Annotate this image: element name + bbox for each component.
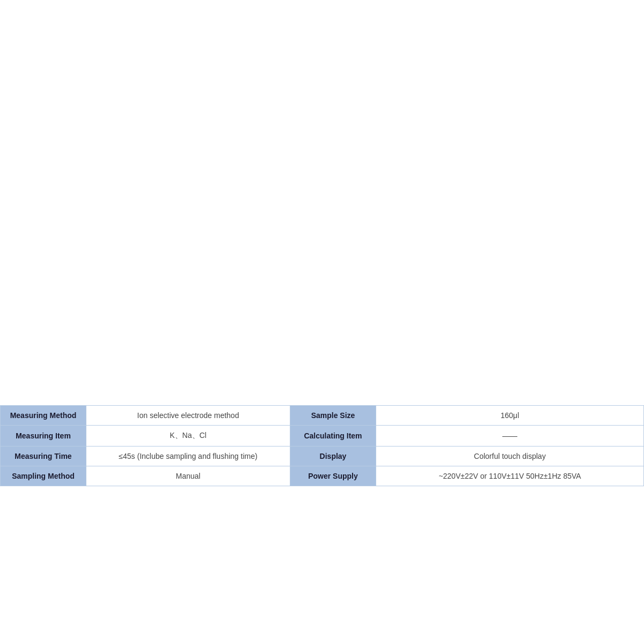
label-cell-2-2: Display xyxy=(290,446,376,466)
value-cell-2-1: ≤45s (Inclube sampling and flushing time… xyxy=(86,446,290,466)
spec-table: Measuring MethodIon selective electrode … xyxy=(0,405,644,486)
table-row: Measuring ItemK、Na、ClCalculating Item—— xyxy=(1,425,644,446)
label-cell-0-2: Sample Size xyxy=(290,405,376,425)
label-cell-1-1: Measuring Item xyxy=(1,425,86,446)
value-cell-0-1: Ion selective electrode method xyxy=(86,405,290,425)
value-cell-1-2: —— xyxy=(376,425,644,446)
value-cell-3-1: Manual xyxy=(86,466,290,486)
label-cell-1-2: Calculating Item xyxy=(290,425,376,446)
label-cell-3-2: Power Supply xyxy=(290,466,376,486)
value-cell-1-1: K、Na、Cl xyxy=(86,425,290,446)
table-row: Measuring MethodIon selective electrode … xyxy=(1,405,644,425)
table-row: Sampling MethodManualPower Supply~220V±2… xyxy=(1,466,644,486)
value-cell-0-2: 160μl xyxy=(376,405,644,425)
value-cell-3-2: ~220V±22V or 110V±11V 50Hz±1Hz 85VA xyxy=(376,466,644,486)
label-cell-0-1: Measuring Method xyxy=(1,405,86,425)
value-cell-2-2: Colorful touch display xyxy=(376,446,644,466)
label-cell-3-1: Sampling Method xyxy=(1,466,86,486)
table-row: Measuring Time≤45s (Inclube sampling and… xyxy=(1,446,644,466)
label-cell-2-1: Measuring Time xyxy=(1,446,86,466)
